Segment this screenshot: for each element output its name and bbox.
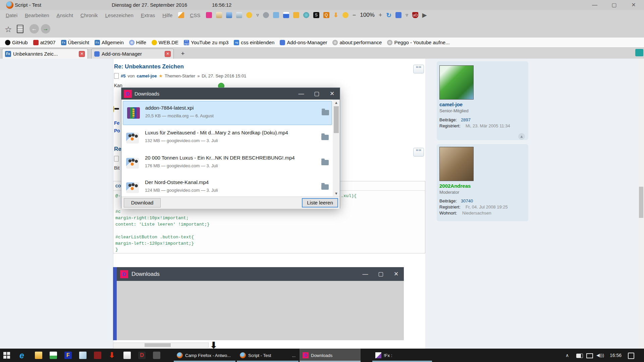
clipboard-icon[interactable] (17, 25, 23, 33)
addons-chevron-icon[interactable]: ▿ (406, 12, 408, 18)
dialog-maximize-icon[interactable]: ▢ (309, 90, 324, 97)
tray-clock[interactable]: 16:56 (610, 353, 622, 358)
menu-chronik[interactable]: Chronik (77, 11, 101, 19)
menu-hilfe[interactable]: Hilfe (159, 11, 175, 19)
open-folder-icon[interactable] (321, 184, 329, 190)
stylish-s-icon[interactable]: S (313, 12, 319, 18)
bookmark-addons-manager[interactable]: Add-ons-Manager (277, 39, 329, 46)
profile-name[interactable]: 2002Andreas (439, 183, 471, 189)
start-button[interactable] (3, 352, 10, 359)
bookmark-github[interactable]: GitHub (3, 39, 30, 46)
window-close-icon[interactable]: ✕ (629, 1, 639, 9)
quill-icon[interactable] (178, 12, 184, 18)
scroll-up-icon[interactable]: ▲ (333, 100, 340, 106)
download-button[interactable]: Download (124, 198, 161, 207)
f-app-icon[interactable]: F (64, 352, 72, 359)
forward-button[interactable]: → (41, 24, 50, 34)
file-explorer-icon[interactable] (35, 352, 42, 359)
post1-title[interactable]: Re: Unbekanntes Zeichen (114, 63, 184, 70)
zoom-out-button[interactable]: − (353, 12, 356, 19)
taskbar-button-fx[interactable]: !Fx : (372, 349, 432, 362)
bookmark-uebersicht[interactable]: FxÜbersicht (59, 39, 92, 46)
d-app-icon[interactable]: D (138, 352, 146, 359)
window-star-icon[interactable] (226, 12, 232, 18)
bookmark-webde[interactable]: WEB.DE (149, 39, 181, 46)
quote-button[interactable]: ““ (413, 148, 424, 157)
download-item[interactable]: Luxus für Zweitausend - Mit d...Mary 2 a… (123, 126, 332, 150)
menu-bearbeiten[interactable]: Bearbeiten (22, 11, 52, 19)
window-maximize-icon[interactable]: ▢ (609, 1, 619, 9)
window-minimize-icon[interactable]: — (590, 1, 600, 9)
zoom-in-button[interactable]: + (379, 12, 382, 19)
folder-open-icon[interactable] (293, 12, 299, 18)
post-number-link[interactable]: #5 (121, 73, 125, 78)
sync-icon[interactable]: ↻ (386, 11, 391, 19)
addons-puzzle-icon[interactable] (395, 12, 401, 18)
battery-icon[interactable] (576, 354, 583, 358)
speaker-icon[interactable]: ◀))) (596, 353, 604, 358)
folder-icon[interactable] (273, 12, 279, 18)
menu-css[interactable]: CSS (187, 11, 203, 19)
spray-bottle-icon[interactable] (236, 12, 242, 18)
scrollbar-thumb[interactable] (145, 343, 171, 347)
green-doc-icon[interactable] (50, 352, 57, 359)
edge-icon[interactable]: e (19, 351, 24, 360)
new-tab-button[interactable]: + (178, 49, 188, 58)
dds-globe-icon[interactable] (303, 12, 309, 18)
dialog-titlebar[interactable]: D Downloads — ▢ ✕ (121, 88, 340, 100)
bookmark-peggo[interactable]: Peggo - Youtube aufne... (385, 39, 452, 46)
taskbar-button-script-test[interactable]: Script - Test ... (237, 349, 299, 362)
smiley2-icon[interactable] (342, 12, 348, 18)
document-icon[interactable] (123, 352, 131, 359)
dialog-minimize-icon[interactable]: — (293, 90, 309, 97)
tab-unbekanntes-zeichen[interactable]: Fx Unbekanntes Zeic... ✕ (2, 49, 88, 59)
play-button-icon[interactable]: ▶ (422, 11, 427, 19)
network-display-icon[interactable] (586, 353, 593, 358)
bookmark-star-icon[interactable]: ☆ (5, 25, 12, 34)
taskbar-button-downloads[interactable]: D Downloads (300, 349, 361, 362)
pink-app-icon[interactable] (206, 12, 212, 18)
ublock-icon[interactable]: uO (412, 12, 418, 18)
vertical-scrollbar[interactable] (638, 59, 644, 349)
quote-button[interactable]: ““ (413, 65, 424, 73)
red-device-icon[interactable] (94, 352, 101, 359)
dialog-close-icon[interactable]: ✕ (324, 90, 340, 97)
teal-corner-button[interactable] (635, 49, 643, 56)
back-to-top-button[interactable]: ▲ (518, 133, 525, 140)
profile-name[interactable]: camel-joe (439, 102, 463, 107)
back-button[interactable]: ← (30, 24, 39, 34)
scrollbar-thumb[interactable] (639, 187, 643, 218)
dialog-scrollbar[interactable]: ▲ ▼ (333, 100, 340, 196)
camera-icon[interactable] (153, 352, 160, 359)
posts-count[interactable]: 30740 (461, 198, 473, 203)
broom-icon[interactable] (216, 12, 222, 18)
open-folder-icon[interactable] (321, 135, 329, 140)
notepad-icon[interactable] (79, 352, 87, 359)
tab-addons-manager[interactable]: Add-ons-Manager ✕ (91, 49, 174, 59)
bookmark-hilfe[interactable]: Hilfe (127, 39, 149, 46)
menu-extras[interactable]: Extras (138, 11, 158, 19)
red-arrow-icon[interactable]: ⬇ (109, 351, 115, 360)
gear-icon[interactable] (263, 12, 269, 18)
liste-leeren-button[interactable]: Liste leeren (302, 198, 338, 207)
avatar[interactable] (439, 65, 474, 100)
bookmark-css-einblenden[interactable]: ogcss einblenden (231, 39, 277, 46)
scrollbar-thumb[interactable] (334, 106, 339, 133)
download-item[interactable]: 20 000 Tonnen Luxus - Ein Kr...NK IN DER… (123, 151, 332, 175)
bookmark-allgemein[interactable]: FxAllgemein (92, 39, 126, 46)
chevron-down-icon[interactable]: ▿ (256, 12, 259, 18)
downloadhelper-arrow-icon[interactable]: ⬇ (333, 11, 338, 19)
avatar[interactable] (439, 147, 474, 181)
download-item[interactable]: addon-7884-latest.xpi 20,5 KB — mozilla.… (123, 101, 332, 125)
tab-close-icon[interactable]: ✕ (79, 51, 85, 57)
tray-chevron-icon[interactable]: ∧ (566, 353, 569, 358)
menu-datei[interactable]: Datei (3, 11, 20, 19)
bookmark-at2907[interactable]: at2907 (31, 39, 58, 46)
open-folder-icon[interactable] (322, 110, 329, 115)
session-window-icon[interactable] (283, 12, 289, 18)
taskbar-button-camp-firefox[interactable]: Camp Firefox - Antwo... (174, 349, 235, 362)
posts-count[interactable]: 2897 (461, 117, 471, 122)
smiley-icon[interactable] (246, 12, 252, 18)
tab-close-icon[interactable]: ✕ (165, 51, 171, 57)
notification-center-icon[interactable] (628, 353, 634, 359)
